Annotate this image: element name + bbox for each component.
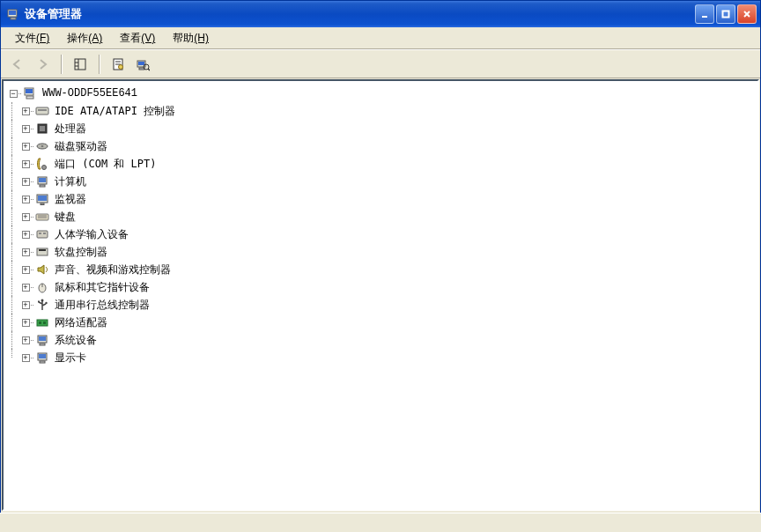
- close-button[interactable]: [737, 4, 757, 24]
- menu-view[interactable]: 查看(V): [111, 28, 164, 48]
- tree-category-label: 监视器: [53, 190, 86, 208]
- expander-icon[interactable]: +: [22, 125, 30, 133]
- tree-expander[interactable]: +: [18, 225, 33, 243]
- menu-file[interactable]: 文件(F): [6, 28, 58, 48]
- svg-rect-22: [26, 96, 33, 99]
- tree-category[interactable]: +磁盘驱动器: [5, 137, 756, 155]
- monitor-icon: [35, 192, 49, 206]
- tree-expander[interactable]: +: [18, 349, 33, 366]
- tree-expander[interactable]: +: [18, 314, 33, 331]
- tree-category-label: 网络适配器: [53, 314, 107, 331]
- disk-drive-icon: [35, 139, 49, 153]
- window-title: 设备管理器: [25, 6, 695, 22]
- tree-category[interactable]: +网络适配器: [5, 314, 756, 331]
- system-device-icon: [35, 333, 49, 347]
- tree-expander[interactable]: +: [18, 208, 33, 225]
- toolbar-separator: [99, 55, 100, 74]
- toolbar-separator: [61, 55, 62, 74]
- tree-expander[interactable]: +: [18, 331, 33, 349]
- expander-icon[interactable]: +: [22, 248, 30, 256]
- tree-expander[interactable]: +: [18, 296, 33, 314]
- tree-expander[interactable]: +: [18, 173, 33, 190]
- maximize-button[interactable]: [716, 4, 735, 24]
- tree-expander[interactable]: +: [18, 278, 33, 296]
- usb-icon: [35, 298, 49, 312]
- cpu-icon: [35, 122, 49, 136]
- menu-action[interactable]: 操作(A): [58, 28, 111, 48]
- tree-category[interactable]: +软盘控制器: [5, 243, 756, 261]
- svg-point-14: [119, 64, 123, 69]
- tree-category[interactable]: +显示卡: [5, 349, 756, 366]
- tree-expander[interactable]: +: [18, 155, 33, 173]
- tree-expander[interactable]: +: [18, 120, 33, 137]
- nav-back-button[interactable]: [6, 53, 29, 76]
- network-adapter-icon: [35, 315, 49, 329]
- expander-icon[interactable]: +: [22, 284, 30, 292]
- tree-expander[interactable]: +: [18, 190, 33, 208]
- expander-icon[interactable]: +: [22, 196, 30, 203]
- tree-category-label: 计算机: [53, 173, 86, 190]
- expander-icon[interactable]: +: [22, 319, 30, 327]
- keyboard-icon: [35, 210, 49, 224]
- tree-category-label: 人体学输入设备: [53, 225, 129, 243]
- sound-icon: [35, 262, 49, 277]
- expander-icon[interactable]: +: [22, 301, 30, 309]
- expander-icon[interactable]: +: [22, 178, 30, 186]
- scan-hardware-button[interactable]: [131, 53, 154, 76]
- display-adapter-icon: [35, 351, 49, 365]
- svg-rect-4: [723, 11, 729, 18]
- tree-expander[interactable]: +: [18, 102, 33, 120]
- tree-category[interactable]: +通用串行总线控制器: [5, 296, 756, 314]
- svg-rect-21: [26, 89, 33, 93]
- expander-icon[interactable]: +: [22, 107, 30, 115]
- tree-category[interactable]: +系统设备: [5, 331, 756, 349]
- tree-category[interactable]: +端口 (COM 和 LPT): [5, 155, 756, 173]
- show-hide-tree-button[interactable]: [69, 53, 92, 76]
- expander-icon[interactable]: +: [22, 213, 30, 221]
- tree-category-label: 鼠标和其它指针设备: [53, 278, 150, 296]
- tree-category[interactable]: +监视器: [5, 190, 756, 208]
- expander-icon[interactable]: +: [22, 143, 30, 151]
- svg-rect-2: [11, 18, 16, 19]
- expander-icon[interactable]: +: [22, 266, 30, 274]
- titlebar: 设备管理器: [1, 1, 760, 27]
- floppy-controller-icon: [35, 245, 49, 259]
- tree-category[interactable]: +计算机: [5, 173, 756, 190]
- nav-forward-button[interactable]: [31, 53, 54, 76]
- tree-category[interactable]: +处理器: [5, 120, 756, 137]
- expander-icon[interactable]: −: [10, 90, 18, 98]
- tree-root[interactable]: − WWW-ODDF55EE641: [5, 85, 756, 102]
- expander-icon[interactable]: +: [22, 231, 30, 239]
- minimize-button[interactable]: [695, 4, 714, 24]
- tree-expander[interactable]: +: [18, 261, 33, 278]
- tree-category-label: 端口 (COM 和 LPT): [53, 155, 156, 173]
- tree-category[interactable]: +键盘: [5, 208, 756, 225]
- computer-node-icon: [35, 174, 49, 188]
- tree-expander[interactable]: +: [18, 137, 33, 155]
- svg-rect-7: [75, 59, 85, 70]
- tree-category[interactable]: +声音、视频和游戏控制器: [5, 261, 756, 278]
- svg-line-19: [148, 69, 150, 70]
- tree-category[interactable]: +人体学输入设备: [5, 225, 756, 243]
- properties-button[interactable]: [107, 53, 129, 76]
- tree-category-label: 磁盘驱动器: [53, 137, 107, 155]
- tree-expander[interactable]: +: [18, 243, 33, 261]
- tree-category-label: 通用串行总线控制器: [53, 296, 150, 314]
- tree-category-label: 软盘控制器: [53, 243, 107, 261]
- device-tree[interactable]: − WWW-ODDF55EE641 +IDE ATA/ATAPI 控制器+处理器…: [2, 79, 759, 511]
- expander-icon[interactable]: +: [22, 336, 30, 344]
- tree-category[interactable]: +鼠标和其它指针设备: [5, 278, 756, 296]
- expander-icon[interactable]: +: [22, 354, 30, 362]
- mouse-icon: [35, 280, 49, 294]
- tree-root-label: WWW-ODDF55EE641: [41, 85, 137, 102]
- port-icon: [35, 157, 49, 171]
- tree-category-label: 键盘: [53, 208, 76, 225]
- menubar: 文件(F) 操作(A) 查看(V) 帮助(H): [1, 27, 760, 50]
- toolbar: [1, 50, 760, 78]
- svg-rect-16: [138, 62, 144, 65]
- tree-category-label: 处理器: [53, 120, 86, 137]
- tree-category[interactable]: +IDE ATA/ATAPI 控制器: [5, 102, 756, 120]
- menu-help[interactable]: 帮助(H): [164, 28, 218, 48]
- expander-icon[interactable]: +: [22, 160, 30, 168]
- device-manager-icon: [6, 7, 20, 21]
